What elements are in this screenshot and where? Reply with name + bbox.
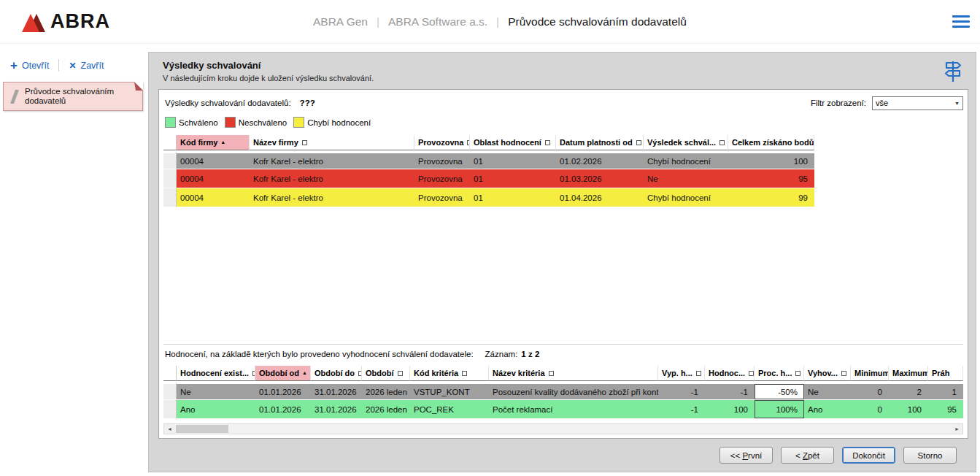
column-header[interactable]: Hodnocení exist... <box>177 366 255 381</box>
horizontal-scrollbar[interactable]: ◄ ► <box>163 423 963 434</box>
cell[interactable]: 100 <box>889 400 928 419</box>
cell[interactable]: 01.04.2026 <box>556 188 644 207</box>
cell[interactable]: 01.01.2026 <box>255 381 311 400</box>
cell[interactable]: 1 <box>928 381 963 400</box>
finish-button[interactable]: Dokončit <box>842 447 895 464</box>
cell[interactable]: Provozovna <box>414 169 470 188</box>
column-header[interactable]: Období od▲ <box>255 366 311 381</box>
folded-corner-icon <box>134 82 143 91</box>
first-button[interactable]: << První <box>719 447 773 464</box>
column-filter-icon[interactable] <box>841 371 846 376</box>
cell[interactable]: VSTUP_KONT <box>410 381 489 400</box>
cell[interactable]: 00004 <box>177 150 250 169</box>
table-row[interactable]: 00004Kofr Karel - elektroProvozovna0101.… <box>163 169 814 188</box>
column-header[interactable]: Maximum <box>889 366 928 381</box>
column-header[interactable]: Vyhov... <box>804 366 851 381</box>
column-filter-icon[interactable] <box>696 371 701 376</box>
column-header[interactable]: Kód firmy▲ <box>177 135 250 150</box>
column-header[interactable]: Vyp. h... <box>658 366 705 381</box>
cell[interactable]: Kofr Karel - elektro <box>250 150 414 169</box>
breadcrumb-separator: | <box>496 15 499 28</box>
table-row[interactable]: Ano01.01.202631.01.20262026 ledenPOC_REK… <box>163 400 963 419</box>
cell[interactable]: Chybí hodnocení <box>644 188 728 207</box>
column-filter-icon[interactable] <box>398 371 403 376</box>
cell[interactable]: 01.02.2026 <box>556 150 644 169</box>
column-header[interactable]: Oblast hodnocení <box>470 135 556 150</box>
cell[interactable]: Ano <box>177 400 255 419</box>
cell[interactable]: Chybí hodnocení <box>644 150 728 169</box>
cell[interactable]: 100 <box>728 150 814 169</box>
cell[interactable]: 0 <box>851 400 889 419</box>
column-header[interactable]: Datum platnosti od <box>556 135 644 150</box>
open-button[interactable]: + Otevřít <box>10 61 49 71</box>
cell[interactable]: 31.01.2026 <box>311 381 362 400</box>
cell[interactable]: 00004 <box>177 169 250 188</box>
cell[interactable]: 100% <box>755 400 804 419</box>
column-filter-icon[interactable] <box>719 140 725 145</box>
cell[interactable]: Posouzení kvality dodávaného zboží při k… <box>489 381 658 400</box>
column-header[interactable]: Proc. h... <box>755 366 804 381</box>
cell[interactable]: -1 <box>705 381 755 400</box>
column-filter-icon[interactable] <box>636 140 641 145</box>
column-header[interactable]: Výsledek schvál... <box>644 135 728 150</box>
column-header[interactable]: Název firmy <box>250 135 414 150</box>
back-button[interactable]: < Zpět <box>781 447 834 464</box>
table-row[interactable]: Ne01.01.202631.01.20262026 ledenVSTUP_KO… <box>163 381 963 400</box>
display-filter-select[interactable]: vše ▼ <box>872 96 963 110</box>
column-header[interactable]: Provozovna <box>414 135 470 150</box>
cell[interactable]: Ne <box>804 381 851 400</box>
column-filter-icon[interactable] <box>795 371 800 376</box>
column-header[interactable]: Kód kritéria <box>410 366 489 381</box>
cell[interactable]: 99 <box>728 188 814 207</box>
cell[interactable]: Ano <box>804 400 851 419</box>
scroll-left-arrow[interactable]: ◄ <box>164 424 175 434</box>
cell[interactable]: 95 <box>928 400 963 419</box>
cell[interactable]: 2 <box>889 381 928 400</box>
column-header[interactable]: Práh <box>928 366 963 381</box>
scroll-right-arrow[interactable]: ► <box>952 424 962 434</box>
column-header[interactable]: Celkem získáno bodů <box>728 135 814 150</box>
column-filter-icon[interactable] <box>545 140 550 145</box>
cell[interactable]: -50% <box>755 381 804 400</box>
cell[interactable]: Počet reklamací <box>489 400 658 419</box>
cell[interactable]: -1 <box>658 400 705 419</box>
scrollbar-thumb[interactable] <box>176 425 228 433</box>
column-filter-icon[interactable] <box>302 140 307 145</box>
cell[interactable]: -1 <box>658 381 705 400</box>
column-header[interactable]: Název kritéria <box>489 366 658 381</box>
column-header[interactable]: Hodnoc... <box>705 366 755 381</box>
column-filter-icon[interactable] <box>462 371 467 376</box>
cell[interactable]: 01 <box>470 188 556 207</box>
cell[interactable]: 31.01.2026 <box>311 400 362 419</box>
cell[interactable]: Ne <box>177 381 255 400</box>
table-row[interactable]: 00004Kofr Karel - elektroProvozovna0101.… <box>163 188 814 207</box>
cell[interactable]: 01.01.2026 <box>255 400 311 419</box>
cancel-button[interactable]: Storno <box>903 447 957 464</box>
row-indicator <box>163 169 177 188</box>
cell[interactable]: 01 <box>470 150 556 169</box>
cell[interactable]: 2026 leden <box>362 381 410 400</box>
column-filter-icon[interactable] <box>549 371 554 376</box>
cell[interactable]: POC_REK <box>410 400 489 419</box>
column-filter-icon[interactable] <box>749 371 754 376</box>
column-header[interactable]: Období do <box>311 366 362 381</box>
cell[interactable]: 2026 leden <box>362 400 410 419</box>
scrollbar-track[interactable] <box>175 424 952 434</box>
cell[interactable]: Kofr Karel - elektro <box>250 169 414 188</box>
menu-icon[interactable] <box>952 15 970 28</box>
cell[interactable]: 01.03.2026 <box>556 169 644 188</box>
column-header[interactable]: Období <box>362 366 410 381</box>
close-button[interactable]: ✕ Zavřít <box>69 61 104 71</box>
cell[interactable]: 00004 <box>177 188 250 207</box>
cell[interactable]: 01 <box>470 169 556 188</box>
column-header[interactable]: Minimum <box>851 366 889 381</box>
cell[interactable]: Provozovna <box>414 150 470 169</box>
cell[interactable]: 95 <box>728 169 814 188</box>
sidebar-tab-wizard[interactable]: Průvodce schvalováním dodavatelů <box>3 82 143 111</box>
cell[interactable]: Ne <box>644 169 728 188</box>
table-row[interactable]: 00004Kofr Karel - elektroProvozovna0101.… <box>163 150 814 169</box>
cell[interactable]: 100 <box>705 400 755 419</box>
cell[interactable]: Provozovna <box>414 188 470 207</box>
cell[interactable]: Kofr Karel - elektro <box>250 188 414 207</box>
cell[interactable]: 0 <box>851 381 889 400</box>
